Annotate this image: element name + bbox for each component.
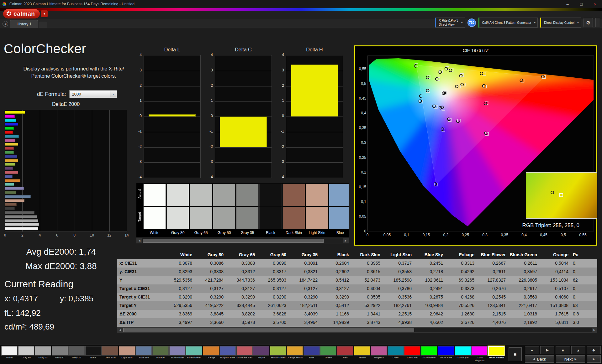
skip-button[interactable]: ▶ [587, 355, 601, 363]
patch-foliage[interactable]: Foliage [152, 346, 169, 362]
de-bar-blue-sky [5, 195, 31, 198]
eject-button[interactable]: ▲ [571, 346, 585, 354]
strip-patch-blue[interactable]: Blue [329, 184, 349, 237]
record-button[interactable]: ● [525, 346, 539, 354]
reading-x: x: 0,4317 [4, 294, 38, 304]
scroll-track[interactable] [123, 328, 592, 332]
de-bar-orange [5, 179, 20, 182]
svg-text:0,05: 0,05 [359, 214, 367, 219]
source-device-button[interactable]: CalMAN Client 3 Pattern Generator ▼ [478, 18, 538, 28]
target-row-label: Target [138, 212, 141, 222]
patch-gray-80[interactable]: Gray 80 [18, 346, 34, 362]
panel-toggle-button[interactable] [595, 18, 600, 27]
table-cell: 0,3127 [320, 284, 351, 293]
titlebar: Calman 2023 Calman Ultimate for Business… [0, 0, 602, 8]
patch-black[interactable]: Black [85, 346, 102, 362]
patch-label: Red [337, 356, 353, 362]
stop-small-button[interactable]: ■ [556, 346, 570, 354]
tab-history-1[interactable]: History 1 [10, 20, 38, 28]
scroll-thumb[interactable] [123, 328, 414, 332]
patch-light-skin[interactable]: Light Skin [119, 346, 135, 362]
patch-blue[interactable]: Blue [304, 346, 320, 362]
patch-green[interactable]: Green [320, 346, 336, 362]
close-button[interactable]: × [588, 0, 602, 8]
calman-logo[interactable]: calman ▼ [3, 9, 48, 18]
patch-bluish-green[interactable]: Bluish Green [186, 346, 202, 362]
table-cell: 62 [571, 276, 597, 284]
table-scrollbar[interactable]: ◀ ▶ [117, 327, 597, 333]
patch-gray-35[interactable]: Gray 35 [68, 346, 85, 362]
scroll-thumb[interactable] [143, 239, 324, 243]
table-cell: 0,3536 [383, 293, 414, 301]
patch-100-red[interactable]: 100% Red [404, 346, 420, 362]
minimize-button[interactable]: – [561, 0, 574, 8]
table-cell: 3,3660 [195, 318, 226, 327]
patch-purple[interactable]: Purple [253, 346, 269, 362]
patch-orange[interactable]: Orange [203, 346, 219, 362]
patch-label: Gray 80 [18, 356, 34, 362]
strip-patch-black[interactable]: Black [259, 184, 282, 237]
patch-magenta[interactable]: Magenta [371, 346, 387, 362]
patch-100-green[interactable]: 100% Green [421, 346, 437, 362]
strip-patch-light-skin[interactable]: Light Skin [306, 184, 328, 237]
transport-nav-row: ◀ Back Next ▶ ▶ [525, 355, 601, 363]
target-point-icon [559, 193, 563, 197]
strip-patch-gray-50[interactable]: Gray 50 [213, 184, 235, 237]
strip-patch-dark-skin[interactable]: Dark Skin [283, 184, 305, 237]
patch-purplish-blue[interactable]: Purplish Blue [219, 346, 236, 362]
maximize-button[interactable]: □ [574, 0, 588, 8]
patch-label: Blue Flower [169, 356, 186, 362]
patch-moderate-red[interactable]: Moderate Red [236, 346, 253, 362]
patch-orange-yellow[interactable]: Orange Yellow [287, 346, 303, 362]
patch-100-yellow[interactable]: 100% Yellow [488, 346, 504, 362]
patch-100-blue[interactable]: 100% Blue [438, 346, 454, 362]
scroll-left-button[interactable]: ◀ [137, 238, 142, 243]
patch-yellow[interactable]: Yellow [354, 346, 370, 362]
delta-l-chart-bar [149, 114, 196, 117]
strip-patches: WhiteGray 80Gray 65Gray 50Gray 35BlackDa… [143, 183, 349, 237]
patch-yellow-green[interactable]: Yellow Green [270, 346, 286, 362]
arrow-left-icon: ◀ [533, 357, 535, 361]
next-button[interactable]: Next ▶ [556, 355, 585, 363]
settings-button[interactable]: ⚙ [584, 18, 593, 27]
meter-count-badge[interactable]: 710 [467, 18, 476, 27]
stop-measure-button[interactable]: ■ [509, 347, 522, 361]
play-button[interactable]: ▶ [540, 346, 554, 354]
page-title: ColorChecker [4, 41, 86, 56]
scroll-left-button[interactable]: ◀ [117, 328, 123, 332]
table-cell: 3,4964 [289, 318, 320, 327]
patch-100-magenta[interactable]: 100% Magenta [471, 346, 488, 362]
display-device-button[interactable]: Direct Display Control ▼ [540, 18, 581, 28]
strip-patch-gray-80[interactable]: Gray 80 [166, 184, 189, 237]
strip-patch-gray-65[interactable]: Gray 65 [190, 184, 212, 237]
de-formula-select[interactable]: 2000 ▼ [69, 90, 117, 98]
arrow-right-icon: ▶ [593, 357, 595, 361]
patch-gray-65[interactable]: Gray 65 [35, 346, 51, 362]
patch-blue-sky[interactable]: Blue Sky [135, 346, 152, 362]
patch-red[interactable]: Red [337, 346, 353, 362]
table-cell: 0,3560 [508, 293, 540, 301]
pattern-window-button[interactable]: ◆ [587, 346, 601, 354]
back-button[interactable]: ◀ Back [525, 355, 554, 363]
patch-blue-flower[interactable]: Blue Flower [169, 346, 186, 362]
patch-white[interactable]: White [1, 346, 18, 362]
tab-stub[interactable] [39, 22, 47, 28]
column-header: Pu [571, 251, 597, 259]
patch-cyan[interactable]: Cyan [388, 346, 404, 362]
column-header: Orange [540, 251, 571, 259]
patch-gray-50[interactable]: Gray 50 [52, 346, 68, 362]
logo-menu-button[interactable]: ▼ [41, 10, 48, 17]
scroll-right-button[interactable]: ▶ [592, 328, 597, 332]
table-cell: 2,2515 [383, 310, 414, 318]
strip-patch-gray-35[interactable]: Gray 35 [236, 184, 259, 237]
scroll-right-button[interactable]: ▶ [343, 238, 348, 243]
scroll-track[interactable] [142, 238, 343, 243]
history-nav-button[interactable]: ◀ [3, 21, 8, 27]
patch-dark-skin[interactable]: Dark Skin [102, 346, 118, 362]
strip-scrollbar[interactable]: ◀ ▶ [136, 238, 349, 243]
meter-device-button[interactable]: X-Rite i1Pro 3 Direct View ▼ [435, 18, 465, 28]
table-cell: 3,0 [571, 318, 597, 327]
table-cell: 344,7336 [226, 276, 257, 284]
patch-100-cyan[interactable]: 100% Cyan [455, 346, 471, 362]
strip-patch-white[interactable]: White [143, 184, 166, 237]
